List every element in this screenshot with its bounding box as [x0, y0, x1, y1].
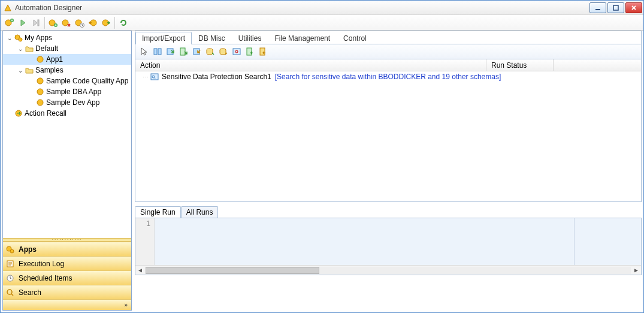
compare-button[interactable] — [151, 45, 164, 58]
gears-icon — [14, 33, 23, 43]
col-label: Action — [140, 61, 160, 70]
gear-schedule-button[interactable] — [73, 16, 86, 29]
gear-delete-button[interactable] — [60, 16, 73, 29]
svg-point-23 — [7, 290, 12, 294]
svg-rect-33 — [247, 48, 252, 55]
datapump-export-button[interactable] — [204, 45, 217, 58]
datapump-import-button[interactable] — [217, 45, 230, 58]
expand-icon[interactable]: ⌄ — [5, 35, 14, 41]
app-icon — [3, 3, 13, 13]
tree-label: Default — [35, 44, 61, 53]
horizontal-scrollbar[interactable]: ◄ ► — [135, 265, 641, 275]
tree-node-action-recall[interactable]: Action Recall — [3, 108, 131, 119]
tree-label: Sample Code Quality App — [46, 77, 131, 85]
svg-rect-27 — [180, 48, 185, 55]
new-app-button[interactable] — [3, 16, 16, 29]
nav-label: Apps — [19, 245, 37, 254]
titlebar: Automation Designer — [1, 1, 643, 15]
tree-node-app1[interactable]: App1 — [3, 54, 131, 65]
tab-db-misc[interactable]: DB Misc — [192, 32, 232, 44]
chevron-right-icon: » — [124, 302, 128, 308]
col-spacer — [554, 59, 641, 71]
export-file-button[interactable] — [243, 45, 256, 58]
import-file-button[interactable] — [256, 45, 270, 58]
tab-control[interactable]: Control — [337, 32, 373, 44]
gear-icon — [35, 76, 45, 86]
category-tabs: Import/Export DB Misc Utilities File Man… — [135, 31, 642, 44]
gears-icon — [5, 245, 15, 254]
gear-left-button[interactable] — [86, 16, 99, 29]
nav-label: Scheduled Items — [19, 274, 72, 282]
maximize-button[interactable] — [607, 2, 624, 13]
svg-rect-25 — [158, 49, 161, 55]
pointer-button[interactable] — [138, 45, 151, 58]
tab-label: File Management — [274, 34, 330, 43]
svg-point-13 — [19, 38, 22, 41]
svg-rect-1 — [613, 5, 618, 10]
window-title: Automation Designer — [15, 4, 588, 12]
tab-utilities[interactable]: Utilities — [232, 32, 268, 44]
clock-icon — [5, 273, 15, 283]
gear-right-button[interactable] — [99, 16, 113, 29]
scroll-left-icon[interactable]: ◄ — [135, 267, 145, 273]
gear-icon — [35, 55, 45, 64]
tree-label: App1 — [46, 55, 65, 64]
tab-import-export[interactable]: Import/Export — [135, 32, 192, 44]
toolbar-separator — [44, 17, 45, 29]
nav-execution-log[interactable]: Execution Log — [3, 256, 131, 270]
nav-search[interactable]: Search — [3, 285, 131, 299]
svg-point-16 — [37, 89, 43, 95]
scroll-track[interactable] — [146, 267, 631, 274]
tab-single-run[interactable]: Single Run — [135, 206, 181, 218]
action-name: Sensitive Data Protection Search1 — [162, 73, 271, 81]
tree-node-sample-dev[interactable]: Sample Dev App — [3, 97, 131, 108]
search-icon — [5, 288, 15, 297]
minimize-button[interactable] — [589, 2, 606, 13]
import-button[interactable] — [191, 45, 204, 58]
right-panel: Import/Export DB Misc Utilities File Man… — [135, 31, 642, 311]
sensitive-search-button[interactable] — [230, 45, 243, 58]
tab-all-runs[interactable]: All Runs — [181, 206, 219, 218]
tab-label: Control — [343, 34, 367, 43]
grid-body[interactable]: ⋯ Sensitive Data Protection Search1 [Sea… — [135, 71, 641, 201]
output-tabs: Single Run All Runs — [135, 206, 642, 218]
toolbar-separator — [114, 17, 115, 29]
tree-node-root[interactable]: ⌄ My Apps — [3, 32, 131, 43]
svg-rect-0 — [595, 9, 600, 10]
scroll-right-icon[interactable]: ► — [631, 267, 641, 273]
export-table-button[interactable] — [164, 45, 177, 58]
scroll-thumb[interactable] — [146, 267, 319, 274]
tab-file-management[interactable]: File Management — [268, 32, 337, 44]
tree-view[interactable]: ⌄ My Apps ⌄ Default App1 ⌄ Samples Sampl… — [3, 31, 131, 238]
tree-connector: ⋯ — [143, 74, 149, 80]
tree-node-sample-dba[interactable]: Sample DBA App — [3, 86, 131, 97]
gear-icon — [35, 98, 45, 107]
code-area[interactable] — [155, 218, 641, 265]
tree-label: My Apps — [25, 34, 55, 42]
svg-rect-31 — [233, 49, 240, 55]
play-step-button[interactable] — [29, 16, 43, 29]
gear-add-button[interactable] — [47, 16, 60, 29]
expand-icon[interactable]: ⌄ — [16, 67, 25, 74]
grid-header: Action Run Status — [135, 59, 641, 71]
export-ddl-button[interactable] — [177, 45, 191, 58]
refresh-button[interactable] — [117, 16, 130, 29]
tab-label: Single Run — [140, 208, 176, 216]
tree-label: Sample DBA App — [46, 88, 104, 96]
recall-icon — [14, 109, 23, 118]
col-action[interactable]: Action — [135, 59, 486, 71]
nav-scheduled-items[interactable]: Scheduled Items — [3, 270, 131, 285]
nav-expand-button[interactable]: » — [3, 299, 131, 310]
close-button[interactable] — [625, 2, 642, 13]
grid-row[interactable]: ⋯ Sensitive Data Protection Search1 [Sea… — [135, 71, 641, 82]
col-run-status[interactable]: Run Status — [486, 59, 554, 71]
action-description: [Search for sensitive data within BBODDI… — [275, 73, 501, 81]
nav-apps[interactable]: Apps — [3, 242, 131, 256]
tree-node-default[interactable]: ⌄ Default — [3, 43, 131, 54]
tree-node-sample-code[interactable]: Sample Code Quality App — [3, 76, 131, 86]
tree-node-samples[interactable]: ⌄ Samples — [3, 65, 131, 76]
left-panel: ⌄ My Apps ⌄ Default App1 ⌄ Samples Sampl… — [2, 31, 132, 311]
expand-icon[interactable]: ⌄ — [16, 46, 25, 52]
play-button[interactable] — [16, 16, 29, 29]
log-icon — [5, 259, 15, 269]
